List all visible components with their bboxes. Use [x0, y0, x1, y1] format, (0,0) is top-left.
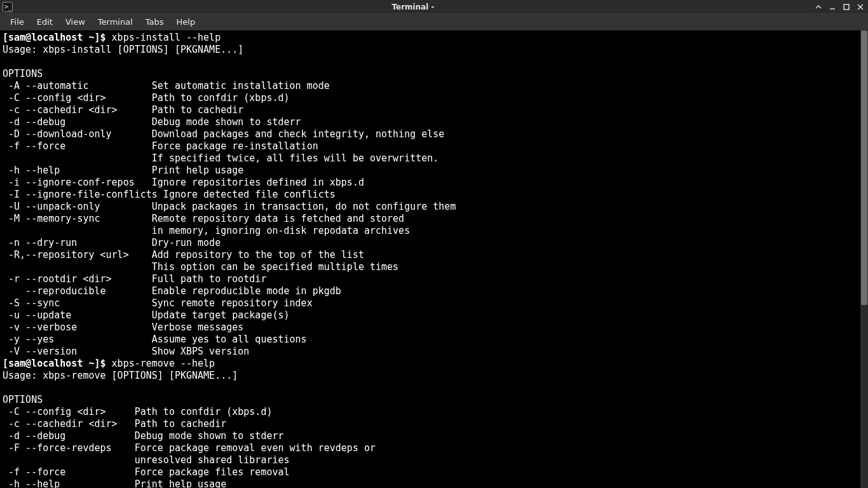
terminal-app-icon: >_ — [3, 2, 13, 12]
output-line: If specified twice, all files will be ov… — [3, 152, 438, 164]
close-button[interactable] — [855, 2, 865, 12]
command: xbps-remove --help — [112, 358, 215, 369]
rollup-button[interactable] — [813, 2, 824, 12]
prompt: [sam@localhost ~]$ — [3, 32, 112, 43]
output-line: -d --debug Debug mode shown to stderr — [3, 430, 284, 442]
output-line: --reproducible Enable reproducible mode … — [3, 285, 341, 297]
output-line: -A --automatic Set automatic installatio… — [3, 80, 330, 92]
terminal-output[interactable]: [sam@localhost ~]$ xbps-install --help U… — [0, 30, 860, 488]
output-line: Usage: xbps-remove [OPTIONS] [PKGNAME...… — [3, 370, 238, 381]
output-line: -I --ignore-file-conflicts Ignore detect… — [3, 189, 336, 200]
output-line: -S --sync Sync remote repository index — [3, 297, 313, 309]
scrollbar-thumb[interactable] — [861, 30, 867, 305]
output-line: -C --config <dir> Path to confdir (xbps.… — [3, 92, 290, 104]
output-line: -R,--repository <url> Add repository to … — [3, 249, 364, 261]
output-line: -i --ignore-conf-repos Ignore repositori… — [3, 177, 364, 188]
prompt: [sam@localhost ~]$ — [3, 358, 112, 369]
output-line: unresolved shared libraries — [3, 454, 290, 466]
svg-text:>_: >_ — [4, 3, 13, 11]
output-line: -v --verbose Verbose messages — [3, 322, 243, 333]
output-line: -D --download-only Download packages and… — [3, 128, 444, 140]
output-line: -f --force Force package re-installation — [3, 140, 318, 152]
output-line: -c --cachedir <dir> Path to cachedir — [3, 418, 226, 430]
menu-file[interactable]: File — [4, 15, 31, 29]
output-line: -y --yes Assume yes to all questions — [3, 334, 307, 345]
output-line: -F --force-revdeps Force package removal… — [3, 442, 376, 454]
output-line: This option can be specified multiple ti… — [3, 261, 398, 273]
menu-tabs[interactable]: Tabs — [139, 15, 170, 29]
maximize-button[interactable] — [841, 2, 851, 12]
output-line: -u --update Update target package(s) — [3, 309, 290, 321]
output-line: Usage: xbps-install [OPTIONS] [PKGNAME..… — [3, 44, 243, 55]
window-titlebar: >_ Terminal - — [0, 0, 868, 14]
window-title: Terminal - — [13, 3, 813, 11]
output-line: -d --debug Debug mode shown to stderr — [3, 116, 301, 128]
vertical-scrollbar[interactable] — [860, 30, 868, 488]
output-line: in memory, ignoring on-disk repodata arc… — [3, 225, 410, 236]
menu-view[interactable]: View — [59, 15, 92, 29]
output-line: -f --force Force package files removal — [3, 466, 290, 478]
output-line: -M --memory-sync Remote repository data … — [3, 213, 404, 224]
output-line: OPTIONS — [3, 68, 43, 79]
output-line: OPTIONS — [3, 394, 43, 405]
svg-rect-3 — [844, 4, 849, 10]
output-line: -h --help Print help usage — [3, 478, 226, 488]
output-line: -C --config <dir> Path to confdir (xbps.… — [3, 406, 272, 417]
output-line: -n --dry-run Dry-run mode — [3, 237, 220, 248]
output-line: -r --rootdir <dir> Full path to rootdir — [3, 273, 266, 285]
command: xbps-install --help — [112, 32, 221, 43]
output-line: -V --version Show XBPS version — [3, 346, 249, 357]
menu-terminal[interactable]: Terminal — [92, 15, 139, 29]
menu-help[interactable]: Help — [170, 15, 202, 29]
output-line: -h --help Print help usage — [3, 165, 243, 176]
menubar: File Edit View Terminal Tabs Help — [0, 14, 868, 30]
minimize-button[interactable] — [827, 2, 837, 12]
output-line: -U --unpack-only Unpack packages in tran… — [3, 201, 456, 212]
output-line: -c --cachedir <dir> Path to cachedir — [3, 104, 243, 116]
menu-edit[interactable]: Edit — [31, 15, 59, 29]
